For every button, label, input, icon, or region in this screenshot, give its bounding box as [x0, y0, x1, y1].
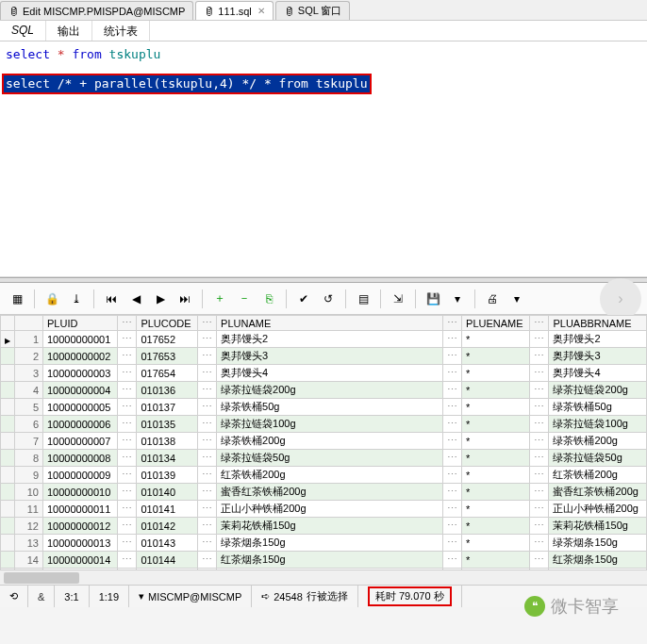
cell-more[interactable]: ⋯ — [530, 382, 549, 399]
cell-pluabbr[interactable]: 茉莉花铁桶150g — [549, 518, 647, 535]
cell-pluid[interactable]: 10000000007 — [43, 433, 118, 450]
cell-more[interactable]: ⋯ — [118, 535, 137, 552]
cell-pluname[interactable]: 茉莉花铁桶150g — [217, 518, 443, 535]
status-amp[interactable]: & — [28, 586, 55, 607]
cell-plucode[interactable]: 010135 — [137, 416, 198, 433]
col-plucode[interactable]: PLUCODE — [137, 316, 198, 331]
table-row[interactable]: 1110000000011⋯010141⋯正山小种铁桶200g⋯*⋯正山小种铁桶… — [1, 501, 647, 518]
cell-more[interactable]: ⋯ — [443, 518, 462, 535]
cell-plucode[interactable]: 010141 — [137, 501, 198, 518]
close-icon[interactable]: ✕ — [257, 6, 265, 16]
cell-pluname[interactable]: 红茶烟条150g — [217, 552, 443, 569]
col-pluabbrname[interactable]: PLUABBRNAME — [549, 316, 647, 331]
cell-more[interactable]: ⋯ — [198, 552, 217, 569]
cell-plucode[interactable]: 010137 — [137, 399, 198, 416]
table-row[interactable]: 410000000004⋯010136⋯绿茶拉链袋200g⋯*⋯绿茶拉链袋200… — [1, 382, 647, 399]
cell-more[interactable]: ⋯ — [118, 450, 137, 467]
cell-more[interactable]: ⋯ — [443, 467, 462, 484]
cell-pluename[interactable]: * — [462, 501, 530, 518]
cell-more[interactable]: ⋯ — [118, 518, 137, 535]
cell-more[interactable]: ⋯ — [443, 552, 462, 569]
status-connection[interactable]: ▾ MISCMP@MISCMP — [129, 586, 252, 607]
cell-pluname[interactable]: 绿茶铁桶50g — [217, 399, 443, 416]
cell-pluabbr[interactable]: 蜜香红茶铁桶200g — [549, 484, 647, 501]
grid-mode-button[interactable]: ▦ — [6, 288, 28, 310]
cell-more[interactable]: ⋯ — [443, 450, 462, 467]
cell-pluabbr[interactable]: 红茶烟条150g — [549, 552, 647, 569]
cell-pluabbr[interactable]: 奥邦馒头3 — [549, 348, 647, 365]
cell-pluabbr[interactable]: 正山小种铁桶200g — [549, 501, 647, 518]
cell-more[interactable]: ⋯ — [118, 433, 137, 450]
cell-more[interactable]: ⋯ — [118, 399, 137, 416]
cell-more[interactable]: ⋯ — [198, 433, 217, 450]
horizontal-scrollbar[interactable] — [0, 570, 647, 585]
cell-pluename[interactable]: * — [462, 416, 530, 433]
prev-button[interactable]: ◀ — [124, 288, 147, 310]
cell-more[interactable]: ⋯ — [198, 416, 217, 433]
cell-more[interactable]: ⋯ — [198, 365, 217, 382]
cell-more[interactable]: ⋯ — [530, 484, 549, 501]
next-button[interactable]: ▶ — [149, 288, 172, 310]
cell-more[interactable]: ⋯ — [530, 467, 549, 484]
print-button[interactable]: 🖨 — [481, 288, 504, 310]
cell-pluabbr[interactable]: 绿茶拉链袋200g — [549, 382, 647, 399]
cell-pluabbr[interactable]: 绿茶铁桶200g — [549, 433, 647, 450]
col-pluname[interactable]: PLUNAME — [217, 316, 443, 331]
col-pluid[interactable]: PLUID — [43, 316, 118, 331]
scrollbar-thumb[interactable] — [4, 572, 79, 584]
table-row[interactable]: 910000000009⋯010139⋯红茶铁桶200g⋯*⋯红茶铁桶200g — [1, 467, 647, 484]
cell-pluabbr[interactable]: 奥邦馒头2 — [549, 331, 647, 348]
cell-plucode[interactable]: 010139 — [137, 467, 198, 484]
status-nav[interactable]: ⟲ — [0, 586, 28, 607]
save-menu-button[interactable]: ▾ — [446, 288, 469, 310]
table-row[interactable]: 810000000008⋯010134⋯绿茶拉链袋50g⋯*⋯绿茶拉链袋50g — [1, 450, 647, 467]
cell-more[interactable]: ⋯ — [118, 552, 137, 569]
cell-pluname[interactable]: 绿茶拉链袋100g — [217, 416, 443, 433]
col-more[interactable]: ⋯ — [530, 316, 549, 331]
cell-plucode[interactable]: 010138 — [137, 433, 198, 450]
cell-pluid[interactable]: 10000000008 — [43, 450, 118, 467]
cell-more[interactable]: ⋯ — [198, 450, 217, 467]
table-row[interactable]: 510000000005⋯010137⋯绿茶铁桶50g⋯*⋯绿茶铁桶50g — [1, 399, 647, 416]
first-button[interactable]: ⏮ — [100, 288, 123, 310]
cell-more[interactable]: ⋯ — [530, 433, 549, 450]
cell-pluename[interactable]: * — [462, 467, 530, 484]
cell-more[interactable]: ⋯ — [198, 331, 217, 348]
cell-pluename[interactable]: * — [462, 365, 530, 382]
cell-pluabbr[interactable]: 绿茶烟条150g — [549, 535, 647, 552]
tab-111-sql[interactable]: 🛢 111.sql ✕ — [195, 1, 273, 20]
cell-more[interactable]: ⋯ — [118, 501, 137, 518]
cell-pluabbr[interactable]: 绿茶拉链袋100g — [549, 416, 647, 433]
cell-more[interactable]: ⋯ — [198, 382, 217, 399]
cell-pluabbr[interactable]: 绿茶拉链袋50g — [549, 450, 647, 467]
cell-pluename[interactable]: * — [462, 518, 530, 535]
col-more[interactable]: ⋯ — [198, 316, 217, 331]
cell-plucode[interactable]: 010134 — [137, 450, 198, 467]
cell-pluname[interactable]: 蜜香红茶铁桶200g — [217, 484, 443, 501]
cell-more[interactable]: ⋯ — [530, 518, 549, 535]
cell-more[interactable]: ⋯ — [530, 331, 549, 348]
cell-more[interactable]: ⋯ — [118, 348, 137, 365]
cell-pluid[interactable]: 10000000013 — [43, 535, 118, 552]
cell-more[interactable]: ⋯ — [443, 399, 462, 416]
col-pluename[interactable]: PLUENAME — [462, 316, 530, 331]
cell-more[interactable]: ⋯ — [530, 365, 549, 382]
lock-button[interactable]: 🔒 — [41, 288, 63, 310]
tab-sql-window[interactable]: 🛢 SQL 窗口 — [275, 1, 351, 20]
cell-more[interactable]: ⋯ — [118, 331, 137, 348]
cell-more[interactable]: ⋯ — [118, 484, 137, 501]
cell-pluname[interactable]: 绿茶拉链袋50g — [217, 450, 443, 467]
col-more[interactable]: ⋯ — [443, 316, 462, 331]
cell-more[interactable]: ⋯ — [118, 416, 137, 433]
last-button[interactable]: ⏭ — [174, 288, 196, 310]
cell-pluid[interactable]: 10000000005 — [43, 399, 118, 416]
cell-pluename[interactable]: * — [462, 433, 530, 450]
cell-more[interactable]: ⋯ — [443, 416, 462, 433]
tab-edit-miscmp[interactable]: 🛢 Edit MISCMP.PMISPDA@MISCMP — [0, 1, 193, 20]
cell-pluename[interactable]: * — [462, 348, 530, 365]
cell-pluname[interactable]: 绿茶烟条150g — [217, 535, 443, 552]
cell-more[interactable]: ⋯ — [530, 399, 549, 416]
cell-pluname[interactable]: 奥邦馒头2 — [217, 331, 443, 348]
cell-pluid[interactable]: 10000000012 — [43, 518, 118, 535]
cell-pluid[interactable]: 10000000014 — [43, 552, 118, 569]
